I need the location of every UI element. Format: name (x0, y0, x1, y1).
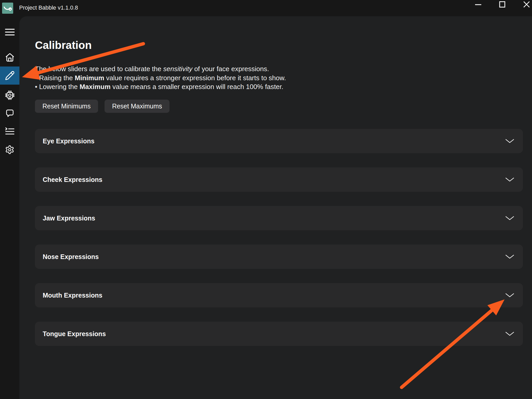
chevron-down-icon (505, 178, 514, 182)
sidebar-item-output-log[interactable] (0, 127, 19, 135)
reset-maximums-button[interactable]: Reset Maximums (105, 100, 169, 113)
chevron-down-icon (505, 255, 514, 259)
section-tongue-expressions[interactable]: Tongue Expressions (35, 322, 523, 346)
sidebar (0, 16, 19, 399)
sidebar-item-tracking-model[interactable] (0, 90, 19, 100)
sidebar-item-menu[interactable] (0, 28, 19, 36)
chevron-down-icon (505, 216, 514, 220)
section-label: Tongue Expressions (43, 330, 106, 338)
bullet-maximum: • Lowering the Maximum value means a sma… (35, 82, 286, 91)
section-eye-expressions[interactable]: Eye Expressions (35, 129, 523, 153)
chip-icon (5, 90, 15, 100)
description-intro-line: The below sliders are used to calibrate … (35, 64, 286, 73)
bullet-minimum: • Raising the Minimum value requires a s… (35, 73, 286, 83)
section-mouth-expressions-chevron (505, 293, 514, 298)
calibration-description: The below sliders are used to calibrate … (35, 64, 286, 91)
sensitivity-emphasis: sensitivity (163, 65, 193, 73)
titlebar: Project Babble v1.1.0.8 (0, 0, 532, 16)
project-babble-window: { "window": { "title": "Project Babble v… (0, 0, 532, 399)
reset-minimums-button[interactable]: Reset Minimums (35, 100, 98, 113)
sidebar-item-home[interactable] (0, 52, 19, 63)
hamburger-icon (5, 28, 15, 36)
minimize-icon[interactable] (475, 1, 482, 8)
chevron-down-icon (505, 332, 514, 336)
babble-mouth-icon (2, 3, 13, 14)
chevron-down-icon (505, 139, 514, 143)
chat-icon (5, 108, 14, 118)
window-title: Project Babble v1.1.0.8 (19, 0, 78, 16)
section-label: Mouth Expressions (43, 292, 102, 299)
list-icon (5, 127, 15, 135)
section-label: Jaw Expressions (43, 215, 95, 222)
section-label: Cheek Expressions (43, 176, 102, 183)
section-jaw-expressions[interactable]: Jaw Expressions (35, 206, 523, 230)
close-icon[interactable] (523, 1, 530, 8)
maximize-icon[interactable] (499, 1, 505, 8)
section-nose-expressions[interactable]: Nose Expressions (35, 245, 523, 269)
content-area: Calibration The below sliders are used t… (19, 16, 532, 399)
sidebar-item-calibration[interactable] (0, 66, 19, 85)
section-label: Nose Expressions (43, 253, 99, 261)
section-mouth-expressions[interactable]: Mouth Expressions (35, 283, 523, 307)
reset-buttons-row: Reset Minimums Reset Maximums (35, 100, 169, 113)
pencil-icon (5, 71, 15, 80)
page-title: Calibration (35, 39, 92, 51)
home-icon (5, 53, 15, 62)
expression-sections: Eye Expressions Cheek Expressions Jaw Ex… (35, 129, 523, 360)
section-cheek-expressions[interactable]: Cheek Expressions (35, 167, 523, 192)
sidebar-item-feedback[interactable] (0, 108, 19, 118)
app-logo (2, 3, 13, 14)
sidebar-item-settings[interactable] (0, 144, 19, 155)
gear-icon (5, 145, 14, 154)
section-label: Eye Expressions (43, 137, 94, 145)
